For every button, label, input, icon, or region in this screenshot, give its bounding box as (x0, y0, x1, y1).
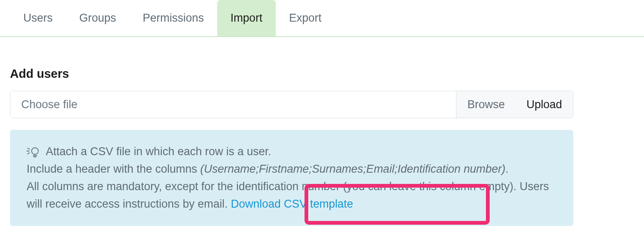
tab-groups[interactable]: Groups (66, 0, 130, 36)
lightbulb-icon (27, 146, 42, 158)
tab-import[interactable]: Import (217, 0, 276, 36)
browse-button[interactable]: Browse (456, 91, 515, 118)
file-picker: Browse Upload (10, 91, 573, 118)
file-input[interactable] (10, 91, 456, 118)
tab-permissions[interactable]: Permissions (129, 0, 217, 36)
tab-export[interactable]: Export (276, 0, 335, 36)
info-text-line2-suffix: . (505, 163, 509, 175)
info-text-line1: Attach a CSV file in which each row is a… (46, 143, 271, 161)
info-box: Attach a CSV file in which each row is a… (10, 130, 573, 226)
info-text-line2-prefix: Include a header with the columns (27, 163, 200, 175)
download-csv-template-link[interactable]: Download CSV template (231, 198, 353, 210)
section-title: Add users (10, 67, 634, 81)
upload-button[interactable]: Upload (515, 91, 573, 118)
tab-bar: Users Groups Permissions Import Export (0, 0, 644, 37)
info-text-line2-columns: (Username;Firstname;Surnames;Email;Ident… (200, 163, 505, 175)
svg-point-0 (32, 148, 38, 154)
tab-users[interactable]: Users (10, 0, 66, 36)
